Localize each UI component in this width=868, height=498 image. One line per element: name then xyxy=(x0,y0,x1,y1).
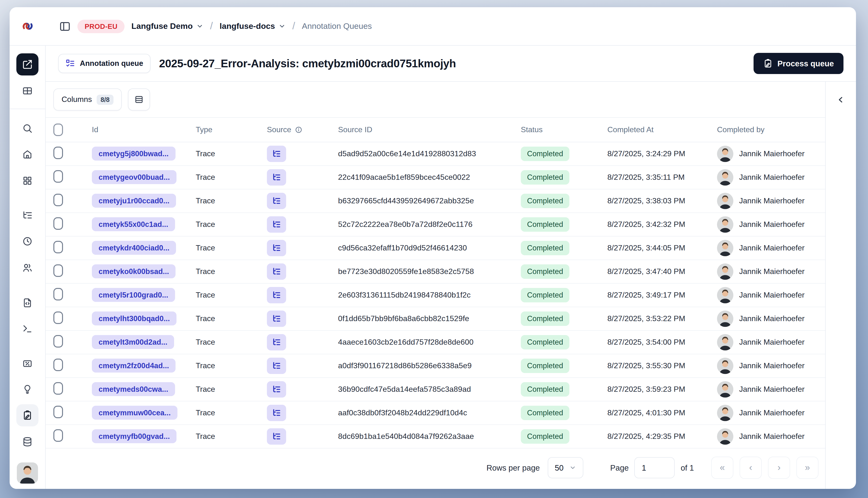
table-row[interactable]: cmetyg5j800bwad... Trace d5ad9d52a00c6e1… xyxy=(46,142,825,166)
row-id-badge[interactable]: cmetylht300bqad0... xyxy=(92,312,177,325)
source-trace-icon[interactable] xyxy=(267,405,286,421)
first-page-button[interactable]: « xyxy=(711,457,733,479)
source-trace-icon[interactable] xyxy=(267,263,286,280)
row-id-badge[interactable]: cmetyju1r00ccad0... xyxy=(92,194,176,208)
table-row[interactable]: cmetylt3m00d2ad... Trace 4aaece1603cb2e1… xyxy=(46,331,825,354)
row-id-badge[interactable]: cmetymyfb00gvad... xyxy=(92,429,177,443)
table-row[interactable]: cmetyk55x00c1ad... Trace 52c72c2222ea78e… xyxy=(46,213,825,236)
row-source-id: b63297665cfd4439592649672abb325e xyxy=(338,197,521,205)
table-row[interactable]: cmetymyfb00gvad... Trace 8dc69b1ba1e540b… xyxy=(46,425,825,448)
expand-panel-button[interactable] xyxy=(833,91,849,108)
sidebar-item-scores[interactable] xyxy=(16,352,38,375)
sidebar-item-evaluators[interactable] xyxy=(16,378,38,401)
org-switcher[interactable]: Langfuse Demo xyxy=(131,22,204,31)
table-row[interactable]: cmetyl5r100grad0... Trace 2e603f31361115… xyxy=(46,284,825,307)
row-id-badge[interactable]: cmetyg5j800bwad... xyxy=(92,147,175,160)
row-id-badge[interactable]: cmetymmuw00cea... xyxy=(92,406,178,420)
source-trace-icon[interactable] xyxy=(267,216,286,233)
row-id-badge[interactable]: cmetym2fz00d4ad... xyxy=(92,358,176,372)
user-avatar[interactable] xyxy=(17,462,38,484)
row-checkbox[interactable] xyxy=(53,217,63,230)
source-trace-icon[interactable] xyxy=(267,334,286,351)
page-number-input[interactable] xyxy=(635,457,675,478)
columns-button[interactable]: Columns 8/8 xyxy=(53,89,122,110)
row-checkbox[interactable] xyxy=(53,382,63,395)
rows-per-page-select[interactable]: 50 xyxy=(547,457,583,478)
source-trace-icon[interactable] xyxy=(267,428,286,445)
sidebar-item-prompts[interactable] xyxy=(16,292,38,314)
row-checkbox[interactable] xyxy=(53,406,63,418)
source-trace-icon[interactable] xyxy=(267,240,286,256)
row-id-badge[interactable]: cmetymeds00cwa... xyxy=(92,382,175,396)
sidebar-item-table-view[interactable] xyxy=(16,80,38,102)
sidebar-item-playground[interactable] xyxy=(16,318,38,340)
row-checkbox[interactable] xyxy=(53,312,63,324)
langfuse-logo-icon[interactable] xyxy=(21,20,34,33)
table-row[interactable]: cmetykdr400ciad0... Trace c9d56ca32efaff… xyxy=(46,236,825,260)
row-id-badge[interactable]: cmetykdr400ciad0... xyxy=(92,241,176,255)
row-id-badge[interactable]: cmetyk55x00c1ad... xyxy=(92,217,175,231)
row-type: Trace xyxy=(196,220,267,229)
sidebar-item-annotation-queues[interactable] xyxy=(16,404,38,427)
queue-type-badge[interactable]: Annotation queue xyxy=(58,54,151,73)
source-trace-icon[interactable] xyxy=(267,193,286,209)
table-row[interactable]: cmetymeds00cwa... Trace 36b90cdfc47e5da1… xyxy=(46,378,825,402)
row-completed-at: 8/27/2025, 3:53:22 PM xyxy=(607,314,717,323)
row-height-button[interactable] xyxy=(128,89,150,110)
next-page-button[interactable]: › xyxy=(768,457,790,479)
row-checkbox[interactable] xyxy=(53,264,63,277)
sidebar-item-users[interactable] xyxy=(16,257,38,279)
source-trace-icon[interactable] xyxy=(267,358,286,374)
source-trace-icon[interactable] xyxy=(267,287,286,303)
table-row[interactable]: cmetylht300bqad0... Trace 0f1dd65b7bb9bf… xyxy=(46,307,825,331)
top-bar: PROD-EU Langfuse Demo / langfuse-docs / … xyxy=(10,7,856,46)
table-row[interactable]: cmetygeov00buad... Trace 22c41f09acae5b1… xyxy=(46,166,825,189)
table-row[interactable]: cmetymmuw00cea... Trace aaf0c38db0f3f204… xyxy=(46,402,825,425)
sidebar-item-datasets[interactable] xyxy=(16,431,38,453)
avatar xyxy=(717,263,733,280)
row-source-id: aaf0c38db0f3f2048b24dd229df10d4c xyxy=(338,409,521,417)
select-all-checkbox[interactable] xyxy=(53,123,63,136)
table-row[interactable]: cmetym2fz00d4ad... Trace a0df3f901167218… xyxy=(46,354,825,378)
info-icon[interactable] xyxy=(295,126,302,134)
sidebar-item-sessions[interactable] xyxy=(16,230,38,252)
source-trace-icon[interactable] xyxy=(267,146,286,162)
row-checkbox[interactable] xyxy=(53,170,63,183)
row-completed-at: 8/27/2025, 3:44:05 PM xyxy=(607,244,717,252)
sidebar-item-open-external[interactable] xyxy=(16,53,38,76)
previous-page-button[interactable]: ‹ xyxy=(740,457,762,479)
row-checkbox[interactable] xyxy=(53,335,63,348)
lightbulb-icon xyxy=(22,384,33,395)
row-checkbox[interactable] xyxy=(53,358,63,371)
row-user-name: Jannik Maierhoefer xyxy=(739,267,804,276)
sidebar-toggle-button[interactable] xyxy=(59,21,71,32)
row-checkbox[interactable] xyxy=(53,147,63,159)
row-checkbox[interactable] xyxy=(53,241,63,253)
row-checkbox[interactable] xyxy=(53,194,63,206)
project-switcher[interactable]: langfuse-docs xyxy=(220,22,286,31)
row-type: Trace xyxy=(196,173,267,182)
row-id-badge[interactable]: cmetyl5r100grad0... xyxy=(92,288,175,302)
source-trace-icon[interactable] xyxy=(267,311,286,327)
last-page-button[interactable]: » xyxy=(796,457,818,479)
row-checkbox[interactable] xyxy=(53,429,63,442)
sidebar-item-tracing[interactable] xyxy=(16,204,38,226)
process-queue-button[interactable]: Process queue xyxy=(753,53,843,74)
sidebar-item-home[interactable] xyxy=(16,143,38,165)
page-label: Page xyxy=(610,463,629,472)
row-checkbox[interactable] xyxy=(53,288,63,300)
table-row[interactable]: cmetyju1r00ccad0... Trace b63297665cfd44… xyxy=(46,189,825,213)
row-completed-by: Jannik Maierhoefer xyxy=(717,381,825,397)
row-source-id: a0df3f901167218d86b5286e6338a5e9 xyxy=(338,362,521,370)
breadcrumb: PROD-EU Langfuse Demo / langfuse-docs / … xyxy=(46,19,372,33)
source-trace-icon[interactable] xyxy=(267,381,286,397)
table-body: cmetyg5j800bwad... Trace d5ad9d52a00c6e1… xyxy=(46,142,825,448)
sidebar-item-search[interactable] xyxy=(16,117,38,140)
table-row[interactable]: cmetyko0k00bsad... Trace be7723e30d80205… xyxy=(46,260,825,284)
row-id-badge[interactable]: cmetygeov00buad... xyxy=(92,170,177,184)
row-type: Trace xyxy=(196,244,267,252)
sidebar-item-dashboards[interactable] xyxy=(16,170,38,192)
row-id-badge[interactable]: cmetyko0k00bsad... xyxy=(92,264,176,278)
row-id-badge[interactable]: cmetylt3m00d2ad... xyxy=(92,335,174,349)
source-trace-icon[interactable] xyxy=(267,169,286,185)
